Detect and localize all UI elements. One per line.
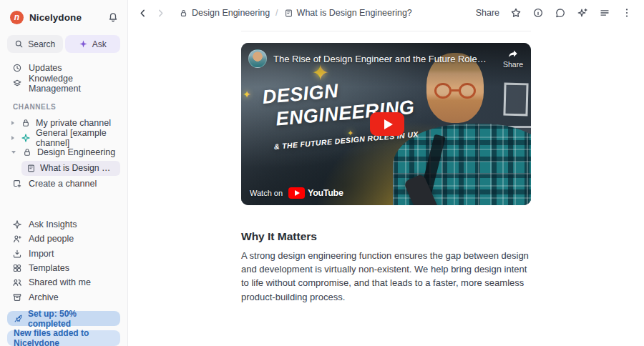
article-section: Why It Matters A strong design engineeri… — [241, 230, 536, 304]
square-plus-icon — [12, 179, 22, 189]
sidebar-item-archive[interactable]: Archive — [7, 290, 120, 305]
nav-label: Knowledge Management — [29, 74, 120, 94]
document-icon — [26, 164, 36, 173]
nav-label: Ask Insights — [29, 219, 77, 229]
breadcrumb-separator: / — [275, 8, 278, 18]
breadcrumb: Design Engineering / What is Design Engi… — [179, 8, 412, 18]
youtube-logo: YouTube — [288, 187, 343, 199]
sidebar-item-ask-insights[interactable]: Ask Insights — [7, 217, 120, 232]
topbar-actions: Share — [476, 7, 633, 19]
sidebar-spacer — [7, 192, 120, 217]
sidebar: n Nicelydone Search Ask — [0, 0, 128, 346]
youtube-play-badge-icon — [288, 187, 305, 199]
breadcrumb-page-label: What is Design Engineering? — [297, 8, 412, 18]
content-divider — [241, 31, 531, 31]
breadcrumb-page[interactable]: What is Design Engineering? — [284, 8, 412, 18]
back-chevron-icon[interactable] — [137, 8, 148, 19]
rocket-icon — [14, 314, 23, 323]
sparkle-icon — [79, 39, 88, 49]
channel-avatar[interactable] — [248, 49, 267, 68]
sidebar-channel-general[interactable]: General [example channel] — [7, 131, 120, 146]
sidebar-top-nav: Updates Knowledge Management — [7, 60, 120, 91]
align-lines-icon[interactable] — [599, 7, 610, 19]
sidebar-item-shared-with-me[interactable]: Shared with me — [7, 275, 120, 290]
video-share-button[interactable]: Share — [503, 48, 523, 69]
secondary-banner-label: New files added to Nicelydone — [14, 328, 114, 346]
app-logo-icon: n — [10, 11, 24, 24]
setup-banner-label: Set up: 50% completed — [28, 309, 114, 329]
video-title[interactable]: The Rise of Design Engineer and the Futu… — [273, 54, 489, 64]
app-name: Nicelydone — [29, 12, 82, 23]
chevron-right-icon[interactable] — [11, 136, 14, 140]
search-icon — [14, 39, 24, 49]
sidebar-item-knowledge-management[interactable]: Knowledge Management — [7, 76, 120, 91]
download-icon — [12, 249, 22, 259]
notifications-bell-icon[interactable] — [107, 11, 119, 23]
ask-label: Ask — [92, 39, 107, 49]
youtube-video-embed[interactable]: ✦ ✦ ✦ DESIGN ENGINEERING & THE FUTURE DE… — [241, 43, 531, 205]
sidebar-actions: Search Ask — [7, 35, 120, 53]
topbar: Design Engineering / What is Design Engi… — [128, 0, 644, 26]
main-content: Design Engineering / What is Design Engi… — [128, 0, 644, 346]
share-button[interactable]: Share — [476, 8, 499, 18]
ask-button[interactable]: Ask — [65, 35, 121, 53]
star-favorite-icon[interactable] — [510, 7, 522, 19]
layers-icon — [12, 79, 22, 89]
lock-icon — [179, 9, 188, 18]
channel-label: Design Engineering — [37, 147, 115, 157]
play-triangle-icon — [384, 119, 393, 129]
comment-icon[interactable] — [555, 7, 566, 19]
sidebar-item-add-people[interactable]: Add people — [7, 232, 120, 246]
lock-icon — [22, 147, 32, 157]
breadcrumb-channel-label: Design Engineering — [192, 8, 270, 18]
lock-icon — [21, 118, 31, 128]
video-share-label: Share — [503, 60, 523, 69]
create-channel-button[interactable]: Create a channel — [7, 177, 120, 192]
nav-label: Import — [29, 249, 54, 259]
video-header: The Rise of Design Engineer and the Futu… — [248, 49, 489, 68]
article-body: A strong design engineering function ens… — [241, 249, 536, 304]
nav-label: Create a channel — [29, 179, 97, 189]
person-plus-icon — [12, 234, 22, 244]
search-label: Search — [28, 39, 55, 49]
more-options-kebab-icon[interactable] — [621, 7, 633, 19]
sidebar-channel-design-engineering[interactable]: Design Engineering — [7, 145, 120, 160]
nav-label: Add people — [29, 234, 74, 244]
sidebar-page-what-is-design-engineering[interactable]: What is Design Engineerin… — [21, 161, 120, 176]
nav-label: Updates — [29, 63, 62, 73]
nav-label: Templates — [29, 263, 69, 273]
sidebar-item-templates[interactable]: Templates — [7, 261, 120, 275]
forward-chevron-icon[interactable] — [155, 8, 166, 19]
breadcrumb-channel[interactable]: Design Engineering — [179, 8, 270, 18]
sidebar-bottom-nav: Ask Insights Add people Import Templates — [7, 217, 120, 305]
article-heading: Why It Matters — [241, 230, 536, 243]
info-icon[interactable] — [532, 7, 544, 19]
sparkle-icon — [12, 219, 22, 229]
history-navigation — [137, 8, 166, 19]
watch-on-label: Watch on — [250, 189, 283, 197]
people-icon — [12, 277, 22, 287]
youtube-play-button[interactable] — [370, 112, 404, 136]
document-icon — [284, 9, 293, 18]
channel-label: My private channel — [36, 118, 111, 128]
secondary-banner[interactable]: New files added to Nicelydone — [7, 330, 120, 346]
grid-icon — [12, 263, 22, 273]
share-arrow-icon — [506, 48, 519, 59]
archive-box-icon — [12, 292, 22, 302]
search-button[interactable]: Search — [7, 35, 63, 53]
sidebar-item-import[interactable]: Import — [7, 246, 120, 260]
nav-label: Shared with me — [29, 277, 91, 287]
page-label: What is Design Engineerin… — [40, 163, 115, 173]
clock-icon — [12, 63, 22, 73]
setup-progress-banner[interactable]: Set up: 50% completed — [7, 311, 120, 326]
channels-section-header: CHANNELS — [13, 103, 120, 111]
wall-frame-decoration — [503, 83, 528, 117]
youtube-wordmark: YouTube — [308, 188, 343, 198]
ai-sparkle-icon[interactable] — [577, 7, 588, 19]
watch-on-youtube-link[interactable]: Watch on YouTube — [250, 187, 343, 199]
sidebar-header: n Nicelydone — [7, 7, 120, 26]
teal-sparkle-icon — [21, 133, 31, 143]
chevron-right-icon[interactable] — [11, 121, 14, 125]
app-window: n Nicelydone Search Ask — [0, 0, 644, 346]
chevron-down-icon[interactable] — [11, 151, 16, 154]
